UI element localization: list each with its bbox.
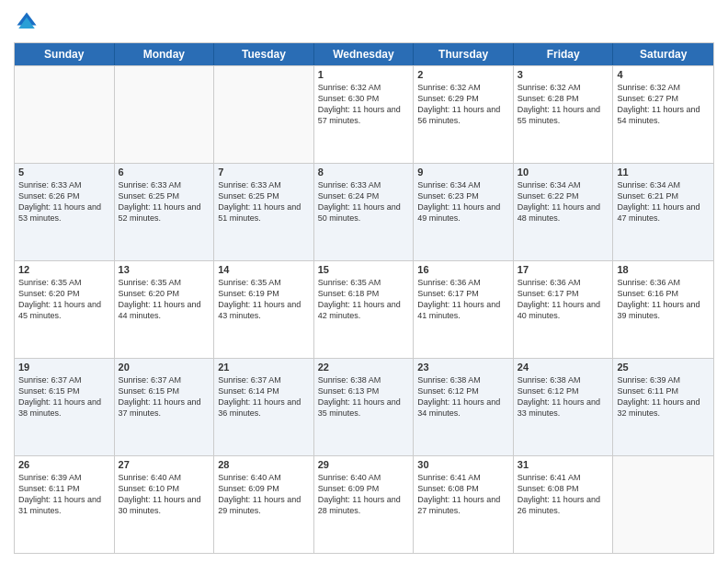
logo-icon <box>14 9 40 35</box>
day-cell-15: 15Sunrise: 6:35 AMSunset: 6:18 PMDayligh… <box>314 261 415 358</box>
day-info: Sunrise: 6:36 AMSunset: 6:16 PMDaylight:… <box>617 277 710 322</box>
day-number: 5 <box>18 167 110 178</box>
header-day-sunday: Sunday <box>15 43 115 65</box>
day-info: Sunrise: 6:37 AMSunset: 6:15 PMDaylight:… <box>119 374 210 419</box>
day-info: Sunrise: 6:35 AMSunset: 6:19 PMDaylight:… <box>218 277 310 322</box>
day-number: 7 <box>218 167 310 178</box>
logo <box>14 9 43 35</box>
day-number: 1 <box>318 69 410 80</box>
day-cell-4: 4Sunrise: 6:32 AMSunset: 6:27 PMDaylight… <box>613 66 713 163</box>
day-number: 26 <box>18 459 110 470</box>
day-cell-1: 1Sunrise: 6:32 AMSunset: 6:30 PMDaylight… <box>314 66 415 163</box>
day-cell-empty-0-1 <box>115 66 215 163</box>
day-cell-17: 17Sunrise: 6:36 AMSunset: 6:17 PMDayligh… <box>514 261 614 358</box>
day-number: 16 <box>417 264 509 275</box>
day-number: 18 <box>617 264 710 275</box>
header-day-monday: Monday <box>115 43 215 65</box>
day-number: 31 <box>518 459 609 470</box>
header <box>14 9 714 35</box>
header-day-tuesday: Tuesday <box>214 43 314 65</box>
day-number: 25 <box>617 362 710 373</box>
day-info: Sunrise: 6:35 AMSunset: 6:18 PMDaylight:… <box>318 277 410 322</box>
day-info: Sunrise: 6:37 AMSunset: 6:15 PMDaylight:… <box>18 374 110 419</box>
day-info: Sunrise: 6:40 AMSunset: 6:10 PMDaylight:… <box>119 472 210 517</box>
day-number: 29 <box>318 459 410 470</box>
day-info: Sunrise: 6:32 AMSunset: 6:30 PMDaylight:… <box>318 82 410 127</box>
day-number: 6 <box>119 167 210 178</box>
day-cell-29: 29Sunrise: 6:40 AMSunset: 6:09 PMDayligh… <box>314 456 415 553</box>
day-number: 19 <box>18 362 110 373</box>
day-info: Sunrise: 6:32 AMSunset: 6:29 PMDaylight:… <box>417 82 509 127</box>
calendar-body: 1Sunrise: 6:32 AMSunset: 6:30 PMDaylight… <box>15 65 713 553</box>
day-cell-9: 9Sunrise: 6:34 AMSunset: 6:23 PMDaylight… <box>414 164 514 260</box>
day-cell-6: 6Sunrise: 6:33 AMSunset: 6:25 PMDaylight… <box>115 164 215 260</box>
day-cell-30: 30Sunrise: 6:41 AMSunset: 6:08 PMDayligh… <box>414 456 514 553</box>
day-number: 8 <box>318 167 410 178</box>
day-cell-12: 12Sunrise: 6:35 AMSunset: 6:20 PMDayligh… <box>15 261 115 358</box>
day-cell-26: 26Sunrise: 6:39 AMSunset: 6:11 PMDayligh… <box>15 456 115 553</box>
day-cell-14: 14Sunrise: 6:35 AMSunset: 6:19 PMDayligh… <box>214 261 314 358</box>
day-number: 4 <box>617 69 710 80</box>
day-info: Sunrise: 6:33 AMSunset: 6:26 PMDaylight:… <box>18 179 110 224</box>
day-info: Sunrise: 6:33 AMSunset: 6:24 PMDaylight:… <box>318 179 410 224</box>
day-info: Sunrise: 6:36 AMSunset: 6:17 PMDaylight:… <box>417 277 509 322</box>
day-cell-5: 5Sunrise: 6:33 AMSunset: 6:26 PMDaylight… <box>15 164 115 260</box>
day-info: Sunrise: 6:34 AMSunset: 6:22 PMDaylight:… <box>518 179 609 224</box>
calendar-header: SundayMondayTuesdayWednesdayThursdayFrid… <box>15 43 713 65</box>
day-cell-empty-0-0 <box>15 66 115 163</box>
calendar-row-4: 26Sunrise: 6:39 AMSunset: 6:11 PMDayligh… <box>15 455 713 553</box>
header-day-friday: Friday <box>514 43 614 65</box>
day-cell-3: 3Sunrise: 6:32 AMSunset: 6:28 PMDaylight… <box>514 66 614 163</box>
day-cell-empty-0-2 <box>214 66 314 163</box>
day-cell-25: 25Sunrise: 6:39 AMSunset: 6:11 PMDayligh… <box>613 359 713 455</box>
page: SundayMondayTuesdayWednesdayThursdayFrid… <box>0 0 728 563</box>
day-number: 17 <box>518 264 609 275</box>
day-number: 22 <box>318 362 410 373</box>
day-cell-10: 10Sunrise: 6:34 AMSunset: 6:22 PMDayligh… <box>514 164 614 260</box>
day-cell-empty-4-6 <box>613 456 713 553</box>
day-cell-8: 8Sunrise: 6:33 AMSunset: 6:24 PMDaylight… <box>314 164 415 260</box>
day-info: Sunrise: 6:38 AMSunset: 6:13 PMDaylight:… <box>318 374 410 419</box>
calendar-row-0: 1Sunrise: 6:32 AMSunset: 6:30 PMDaylight… <box>15 65 713 163</box>
day-number: 24 <box>518 362 609 373</box>
day-cell-24: 24Sunrise: 6:38 AMSunset: 6:12 PMDayligh… <box>514 359 614 455</box>
day-info: Sunrise: 6:40 AMSunset: 6:09 PMDaylight:… <box>318 472 410 517</box>
day-number: 13 <box>119 264 210 275</box>
day-number: 23 <box>417 362 509 373</box>
day-cell-28: 28Sunrise: 6:40 AMSunset: 6:09 PMDayligh… <box>214 456 314 553</box>
day-info: Sunrise: 6:33 AMSunset: 6:25 PMDaylight:… <box>119 179 210 224</box>
day-info: Sunrise: 6:34 AMSunset: 6:23 PMDaylight:… <box>417 179 509 224</box>
day-info: Sunrise: 6:35 AMSunset: 6:20 PMDaylight:… <box>119 277 210 322</box>
header-day-thursday: Thursday <box>414 43 514 65</box>
day-number: 2 <box>417 69 509 80</box>
day-number: 20 <box>119 362 210 373</box>
day-number: 10 <box>518 167 609 178</box>
day-cell-20: 20Sunrise: 6:37 AMSunset: 6:15 PMDayligh… <box>115 359 215 455</box>
day-number: 30 <box>417 459 509 470</box>
header-day-saturday: Saturday <box>613 43 713 65</box>
day-cell-18: 18Sunrise: 6:36 AMSunset: 6:16 PMDayligh… <box>613 261 713 358</box>
day-info: Sunrise: 6:39 AMSunset: 6:11 PMDaylight:… <box>18 472 110 517</box>
day-cell-11: 11Sunrise: 6:34 AMSunset: 6:21 PMDayligh… <box>613 164 713 260</box>
day-cell-13: 13Sunrise: 6:35 AMSunset: 6:20 PMDayligh… <box>115 261 215 358</box>
day-info: Sunrise: 6:41 AMSunset: 6:08 PMDaylight:… <box>417 472 509 517</box>
day-info: Sunrise: 6:32 AMSunset: 6:28 PMDaylight:… <box>518 82 609 127</box>
day-cell-19: 19Sunrise: 6:37 AMSunset: 6:15 PMDayligh… <box>15 359 115 455</box>
day-number: 21 <box>218 362 310 373</box>
day-number: 11 <box>617 167 710 178</box>
calendar-row-2: 12Sunrise: 6:35 AMSunset: 6:20 PMDayligh… <box>15 260 713 358</box>
day-number: 3 <box>518 69 609 80</box>
day-info: Sunrise: 6:37 AMSunset: 6:14 PMDaylight:… <box>218 374 310 419</box>
header-day-wednesday: Wednesday <box>314 43 415 65</box>
day-number: 14 <box>218 264 310 275</box>
day-info: Sunrise: 6:32 AMSunset: 6:27 PMDaylight:… <box>617 82 710 127</box>
day-cell-31: 31Sunrise: 6:41 AMSunset: 6:08 PMDayligh… <box>514 456 614 553</box>
calendar-row-3: 19Sunrise: 6:37 AMSunset: 6:15 PMDayligh… <box>15 358 713 455</box>
day-number: 12 <box>18 264 110 275</box>
day-cell-21: 21Sunrise: 6:37 AMSunset: 6:14 PMDayligh… <box>214 359 314 455</box>
day-info: Sunrise: 6:34 AMSunset: 6:21 PMDaylight:… <box>617 179 710 224</box>
calendar-row-1: 5Sunrise: 6:33 AMSunset: 6:26 PMDaylight… <box>15 163 713 260</box>
day-info: Sunrise: 6:41 AMSunset: 6:08 PMDaylight:… <box>518 472 609 517</box>
day-info: Sunrise: 6:40 AMSunset: 6:09 PMDaylight:… <box>218 472 310 517</box>
day-cell-2: 2Sunrise: 6:32 AMSunset: 6:29 PMDaylight… <box>414 66 514 163</box>
